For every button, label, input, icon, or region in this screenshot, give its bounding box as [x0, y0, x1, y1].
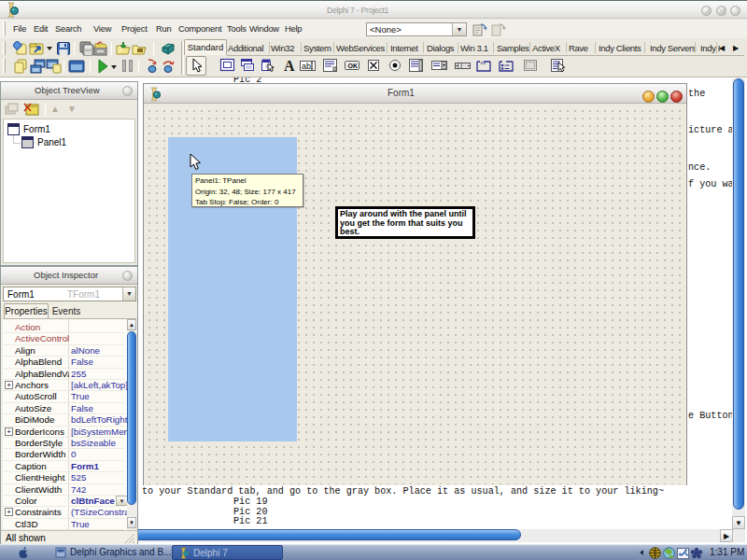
svg-text:ab: ab: [302, 62, 311, 71]
svg-text:xx: xx: [480, 60, 486, 65]
svg-text:OK: OK: [348, 63, 359, 69]
svg-text:A: A: [284, 58, 295, 73]
